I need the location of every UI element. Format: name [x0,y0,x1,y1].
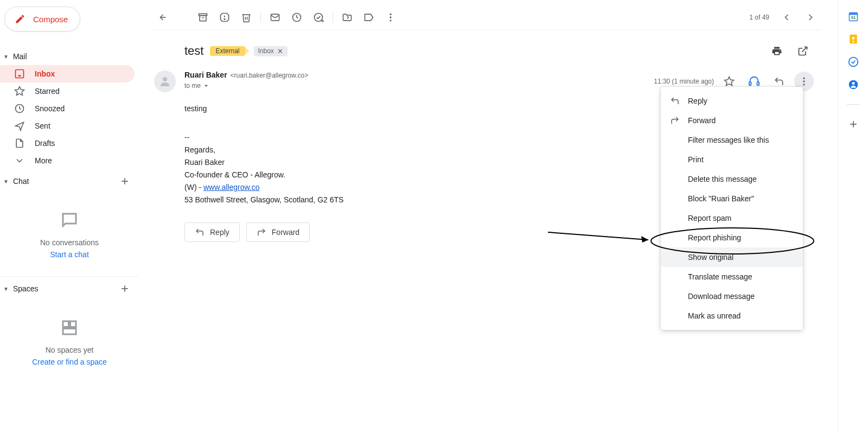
svg-line-38 [548,232,648,240]
svg-rect-8 [71,321,76,327]
add-task-button[interactable] [308,7,329,28]
svg-rect-9 [63,329,76,335]
reply-button-label: Reply [210,228,229,237]
svg-rect-41 [849,12,857,15]
sidebar-item-sent[interactable]: Sent [0,117,135,135]
sidebar-label-sent: Sent [35,122,50,130]
sidebar-label-starred: Starred [35,87,60,95]
menu-forward[interactable]: Forward [661,111,803,130]
svg-point-26 [390,16,391,18]
menu-download[interactable]: Download message [661,286,803,306]
forward-button[interactable]: Forward [246,222,310,242]
sidebar-item-snoozed[interactable]: Snoozed [0,100,135,117]
menu-label: Filter messages like this [688,136,769,144]
menu-unread[interactable]: Mark as unread [661,306,803,326]
recipients-toggle[interactable]: to me [184,81,654,90]
create-space-link[interactable]: Create or find a space [11,358,128,366]
label-arrow-icon [244,47,250,55]
forward-arrow-icon [257,227,266,237]
svg-marker-1 [15,87,24,95]
spaces-placeholder: No spaces yet Create or find a space [0,296,139,377]
signature-link[interactable]: www.allegrow.co [203,183,260,192]
body-line: Co-founder & CEO - Allegrow. [184,169,651,181]
inbox-label-text: Inbox [258,47,274,55]
next-message-button[interactable] [800,7,821,28]
sidebar-item-drafts[interactable]: Drafts [0,135,135,152]
keep-icon[interactable] [848,34,859,44]
inbox-label-chip[interactable]: Inbox✕ [254,46,288,56]
svg-point-36 [803,84,805,85]
prev-message-button[interactable] [776,7,797,28]
plus-icon[interactable] [119,176,130,187]
sender-email: <ruari.baker@allegrow.co> [231,72,309,79]
calendar-icon[interactable]: 31 [848,11,859,22]
plus-icon[interactable] [119,283,130,294]
section-mail[interactable]: ▼Mail [0,50,139,63]
contacts-icon[interactable] [848,79,859,90]
svg-rect-0 [16,70,24,78]
sidebar-item-inbox[interactable]: Inbox [0,65,135,82]
menu-label: Report spam [688,214,731,222]
compose-button[interactable]: Compose [4,7,80,31]
snooze-button[interactable] [286,7,308,28]
tasks-icon[interactable] [848,56,859,67]
svg-marker-30 [205,85,208,87]
menu-label: Forward [688,116,716,125]
menu-show-original[interactable]: Show original [661,247,803,267]
menu-label: Block "Ruari Baker" [688,194,754,203]
chat-placeholder-text: No conversations [11,238,128,247]
menu-translate[interactable]: Translate message [661,267,803,286]
triangle-down-icon [202,81,210,90]
archive-button[interactable] [192,7,214,28]
sidebar-item-starred[interactable]: Starred [0,82,135,100]
chevron-down-icon [14,155,25,166]
open-new-window-button[interactable] [792,40,814,62]
sender-avatar[interactable] [154,71,176,92]
svg-point-48 [852,82,854,85]
body-line: Regards, [184,144,651,156]
chat-icon [60,211,79,230]
menu-reply[interactable]: Reply [661,91,803,111]
body-line: 53 Bothwell Street, Glasgow, Scotland, G… [184,194,651,206]
sidebar-label-drafts: Drafts [35,139,55,148]
menu-print[interactable]: Print [661,150,803,169]
message-subject: test [184,44,203,58]
menu-spam[interactable]: Report spam [661,208,803,228]
svg-point-27 [390,20,391,21]
external-badge: External [210,46,245,56]
inbox-icon [14,68,25,79]
menu-delete[interactable]: Delete this message [661,169,803,189]
section-chat-label: Chat [13,177,29,186]
message-body: testing -- Regards, Ruari Baker Co-found… [184,103,651,207]
sidebar-item-more[interactable]: More [0,152,135,169]
star-icon [14,86,25,97]
compose-label: Compose [33,15,68,24]
message-more-menu: Reply Forward Filter messages like this … [661,87,803,330]
svg-line-28 [802,47,807,52]
menu-phishing[interactable]: Report phishing [661,228,803,247]
start-chat-link[interactable]: Start a chat [11,250,128,259]
back-button[interactable] [151,7,173,28]
body-line: Ruari Baker [184,157,651,168]
section-chat[interactable]: ▼Chat [0,174,139,189]
spam-button[interactable] [214,7,235,28]
reply-arrow-icon [669,95,680,106]
person-icon [158,75,171,88]
delete-button[interactable] [235,7,257,28]
move-to-button[interactable] [336,7,358,28]
remove-label-icon[interactable]: ✕ [277,47,283,55]
add-icon[interactable] [848,119,859,130]
send-icon [14,120,25,131]
reply-button[interactable]: Reply [184,222,240,242]
body-line: -- [184,132,651,143]
labels-button[interactable] [358,7,380,28]
pencil-icon [15,14,25,24]
print-button[interactable] [766,40,788,62]
section-spaces[interactable]: ▼Spaces [0,281,139,296]
menu-filter[interactable]: Filter messages like this [661,130,803,150]
menu-block[interactable]: Block "Ruari Baker" [661,189,803,208]
svg-rect-7 [63,321,69,327]
mark-unread-button[interactable] [264,7,286,28]
sidebar-label-snoozed: Snoozed [35,104,65,113]
more-button[interactable] [380,7,401,28]
